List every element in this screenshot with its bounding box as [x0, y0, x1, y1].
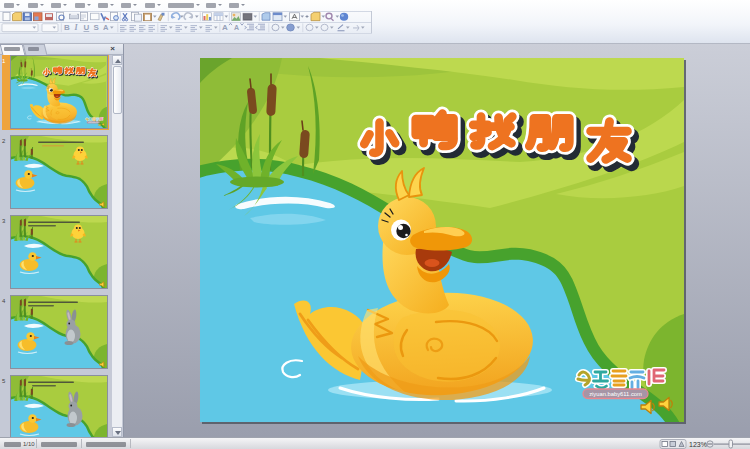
svg-text:B: B	[64, 24, 70, 33]
svg-text:S: S	[94, 24, 99, 33]
svg-text:A: A	[103, 24, 109, 33]
svg-text:123%: 123%	[689, 441, 707, 448]
svg-text:U: U	[84, 24, 90, 33]
svg-text:I: I	[73, 24, 78, 33]
svg-text:ziyuan.baby611.com: ziyuan.baby611.com	[589, 391, 642, 397]
svg-text:A: A	[222, 24, 228, 33]
svg-text:A: A	[234, 24, 239, 31]
